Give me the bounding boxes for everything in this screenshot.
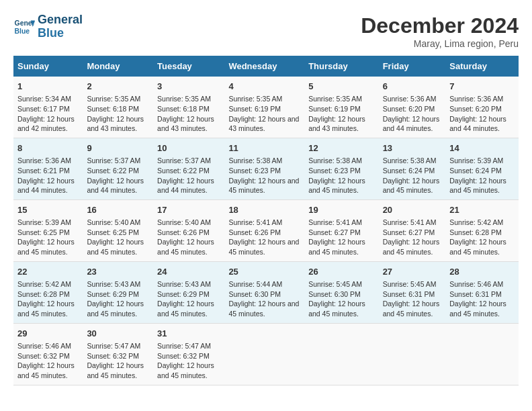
logo-text: General Blue xyxy=(38,13,83,40)
week-row-4: 22 Sunrise: 5:42 AM Sunset: 6:28 PM Dayl… xyxy=(13,261,519,323)
daylight-text: Daylight: 12 hours and 45 minutes. xyxy=(87,238,144,256)
sunset-text: Sunset: 6:24 PM xyxy=(383,167,435,175)
calendar-cell: 25 Sunrise: 5:44 AM Sunset: 6:30 PM Dayl… xyxy=(224,261,304,323)
day-number: 23 xyxy=(87,266,149,278)
subtitle: Maray, Lima region, Peru xyxy=(361,38,519,49)
calendar-cell: 12 Sunrise: 5:38 AM Sunset: 6:23 PM Dayl… xyxy=(304,138,378,199)
sunrise-text: Sunrise: 5:45 AM xyxy=(308,280,362,288)
daylight-text: Daylight: 12 hours and 45 minutes. xyxy=(17,300,75,318)
sunset-text: Sunset: 6:25 PM xyxy=(17,228,70,236)
sunset-text: Sunset: 6:28 PM xyxy=(449,228,502,236)
sunset-text: Sunset: 6:32 PM xyxy=(157,352,210,360)
sunset-text: Sunset: 6:19 PM xyxy=(228,105,281,113)
calendar-cell: 23 Sunrise: 5:43 AM Sunset: 6:29 PM Dayl… xyxy=(83,261,153,323)
sunset-text: Sunset: 6:30 PM xyxy=(228,290,281,298)
calendar-cell: 21 Sunrise: 5:42 AM Sunset: 6:28 PM Dayl… xyxy=(445,199,519,261)
sunrise-text: Sunrise: 5:44 AM xyxy=(228,280,282,288)
day-number: 20 xyxy=(383,204,442,216)
col-monday: Monday xyxy=(83,56,153,77)
sunrise-text: Sunrise: 5:35 AM xyxy=(308,95,362,103)
sunrise-text: Sunrise: 5:39 AM xyxy=(449,156,503,165)
sunrise-text: Sunrise: 5:35 AM xyxy=(157,95,211,103)
daylight-text: Daylight: 12 hours and 45 minutes. xyxy=(228,177,299,195)
daylight-text: Daylight: 12 hours and 44 minutes. xyxy=(449,115,506,133)
day-number: 4 xyxy=(228,81,300,93)
sunrise-text: Sunrise: 5:41 AM xyxy=(228,218,282,226)
daylight-text: Daylight: 12 hours and 45 minutes. xyxy=(17,238,75,256)
sunset-text: Sunset: 6:32 PM xyxy=(87,352,139,360)
sunrise-text: Sunrise: 5:41 AM xyxy=(383,218,437,226)
sunset-text: Sunset: 6:24 PM xyxy=(449,167,502,175)
sunrise-text: Sunrise: 5:47 AM xyxy=(157,342,211,350)
calendar-cell: 28 Sunrise: 5:46 AM Sunset: 6:31 PM Dayl… xyxy=(445,261,519,323)
daylight-text: Daylight: 12 hours and 43 minutes. xyxy=(87,115,144,133)
sunset-text: Sunset: 6:26 PM xyxy=(228,228,281,236)
daylight-text: Daylight: 12 hours and 45 minutes. xyxy=(87,361,144,379)
day-number: 13 xyxy=(383,142,442,154)
sunset-text: Sunset: 6:30 PM xyxy=(308,290,361,298)
sunset-text: Sunset: 6:27 PM xyxy=(308,228,361,236)
sunrise-text: Sunrise: 5:38 AM xyxy=(308,156,362,165)
sunset-text: Sunset: 6:32 PM xyxy=(17,352,70,360)
day-number: 9 xyxy=(87,142,149,154)
day-number: 26 xyxy=(308,266,374,278)
day-number: 24 xyxy=(157,266,220,278)
calendar-cell xyxy=(379,323,446,385)
calendar-cell: 17 Sunrise: 5:40 AM Sunset: 6:26 PM Dayl… xyxy=(153,199,224,261)
sunrise-text: Sunrise: 5:34 AM xyxy=(17,95,71,103)
sunrise-text: Sunrise: 5:47 AM xyxy=(87,342,140,350)
col-wednesday: Wednesday xyxy=(224,56,304,77)
daylight-text: Daylight: 12 hours and 45 minutes. xyxy=(157,361,214,379)
day-number: 15 xyxy=(17,204,79,216)
calendar-cell: 31 Sunrise: 5:47 AM Sunset: 6:32 PM Dayl… xyxy=(153,323,224,385)
sunset-text: Sunset: 6:31 PM xyxy=(383,290,435,298)
day-number: 3 xyxy=(157,81,220,93)
calendar-cell: 29 Sunrise: 5:46 AM Sunset: 6:32 PM Dayl… xyxy=(13,323,83,385)
calendar-cell xyxy=(304,323,378,385)
day-number: 10 xyxy=(157,142,220,154)
calendar-cell: 22 Sunrise: 5:42 AM Sunset: 6:28 PM Dayl… xyxy=(13,261,83,323)
calendar-cell: 26 Sunrise: 5:45 AM Sunset: 6:30 PM Dayl… xyxy=(304,261,378,323)
sunrise-text: Sunrise: 5:36 AM xyxy=(17,156,71,165)
sunset-text: Sunset: 6:17 PM xyxy=(17,105,70,113)
day-number: 31 xyxy=(157,328,220,340)
sunset-text: Sunset: 6:18 PM xyxy=(87,105,139,113)
calendar-cell: 9 Sunrise: 5:37 AM Sunset: 6:22 PM Dayli… xyxy=(83,138,153,199)
sunset-text: Sunset: 6:20 PM xyxy=(449,105,502,113)
header: General Blue General Blue December 2024 … xyxy=(13,13,519,49)
calendar-cell xyxy=(445,323,519,385)
daylight-text: Daylight: 12 hours and 45 minutes. xyxy=(308,300,365,318)
calendar-cell xyxy=(224,323,304,385)
daylight-text: Daylight: 12 hours and 45 minutes. xyxy=(17,361,75,379)
sunset-text: Sunset: 6:25 PM xyxy=(87,228,139,236)
daylight-text: Daylight: 12 hours and 42 minutes. xyxy=(17,115,75,133)
svg-text:Blue: Blue xyxy=(15,27,30,34)
header-row: Sunday Monday Tuesday Wednesday Thursday… xyxy=(13,56,519,77)
sunset-text: Sunset: 6:26 PM xyxy=(157,228,210,236)
calendar-cell: 27 Sunrise: 5:45 AM Sunset: 6:31 PM Dayl… xyxy=(379,261,446,323)
sunset-text: Sunset: 6:31 PM xyxy=(449,290,502,298)
day-number: 27 xyxy=(383,266,442,278)
sunrise-text: Sunrise: 5:37 AM xyxy=(87,156,140,165)
logo-icon: General Blue xyxy=(13,16,35,38)
day-number: 6 xyxy=(383,81,442,93)
day-number: 11 xyxy=(228,142,300,154)
daylight-text: Daylight: 12 hours and 45 minutes. xyxy=(308,177,365,195)
col-friday: Friday xyxy=(379,56,446,77)
day-number: 28 xyxy=(449,266,515,278)
main-title: December 2024 xyxy=(361,13,519,38)
daylight-text: Daylight: 12 hours and 45 minutes. xyxy=(449,300,506,318)
sunset-text: Sunset: 6:22 PM xyxy=(157,167,210,175)
sunrise-text: Sunrise: 5:40 AM xyxy=(157,218,211,226)
sunset-text: Sunset: 6:22 PM xyxy=(87,167,139,175)
col-sunday: Sunday xyxy=(13,56,83,77)
calendar-cell: 4 Sunrise: 5:35 AM Sunset: 6:19 PM Dayli… xyxy=(224,77,304,138)
daylight-text: Daylight: 12 hours and 45 minutes. xyxy=(383,238,440,256)
sunset-text: Sunset: 6:23 PM xyxy=(308,167,361,175)
calendar-cell: 14 Sunrise: 5:39 AM Sunset: 6:24 PM Dayl… xyxy=(445,138,519,199)
daylight-text: Daylight: 12 hours and 45 minutes. xyxy=(383,300,440,318)
sunrise-text: Sunrise: 5:42 AM xyxy=(17,280,71,288)
day-number: 5 xyxy=(308,81,374,93)
sunset-text: Sunset: 6:29 PM xyxy=(87,290,139,298)
sunset-text: Sunset: 6:19 PM xyxy=(308,105,361,113)
